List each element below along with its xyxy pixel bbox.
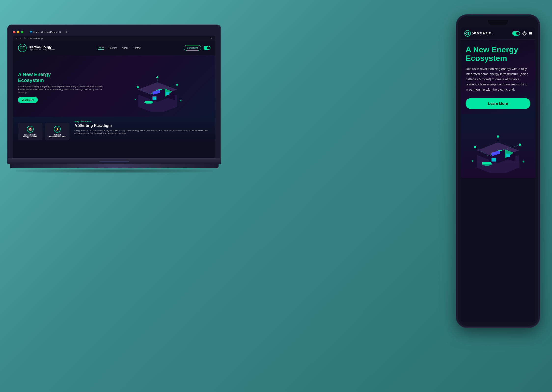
logo-icon-svg: CE (18, 43, 27, 52)
laptop-hero-title: A New Energy Ecosystem (18, 71, 105, 83)
phone-title-line1: A New Energy (466, 45, 530, 54)
logo-name: Creation Energy (29, 45, 55, 49)
phone-logo-name: Creation Energy (472, 31, 495, 34)
phone-hero-description: Join us in revolutionizing energy with a… (466, 67, 530, 92)
phone-logo: CE Creation Energy Empowering the Energy… (464, 30, 495, 37)
laptop-foot (10, 164, 219, 168)
why-subtitle: Why Choose Us (74, 120, 210, 123)
phone-device: CE Creation Energy Empowering the Energy… (456, 15, 540, 327)
svg-point-42 (472, 160, 474, 162)
card2-label: Reduced Implementation Risk (48, 134, 67, 137)
active-tab[interactable]: 🌐 Home - Creation Energy ✕ (27, 30, 64, 34)
phone-notch (488, 20, 508, 25)
laptop-shadow (16, 168, 212, 173)
bookmark-icon[interactable]: ☆ (211, 37, 213, 40)
laptop-hero-description: Join us in revolutionizing energy with a… (18, 85, 105, 94)
svg-text:CE: CE (19, 46, 25, 50)
nav-home[interactable]: Home (98, 46, 104, 50)
toggle-knob (207, 46, 210, 49)
laptop-contact-button[interactable]: Contact Us (184, 45, 201, 51)
tab-label: Home - Creation Energy (33, 31, 57, 33)
svg-rect-12 (166, 92, 169, 95)
tab-close[interactable]: ✕ (59, 31, 61, 33)
phone-hamburger-icon[interactable]: ≡ (529, 31, 532, 36)
phone-house-illustration (466, 119, 530, 173)
phone-site-nav: CE Creation Energy Empowering the Energy… (461, 27, 535, 40)
laptop-house-illustration (128, 63, 187, 112)
nav-solution[interactable]: Solution (109, 47, 117, 49)
why-description: Energy is complex and the current paradi… (74, 129, 210, 135)
logo-tagline: Empowering the Energy Transition (29, 49, 55, 51)
phone-logo-svg: CE (464, 30, 471, 37)
svg-rect-35 (492, 158, 496, 162)
laptop-device: 🌐 Home - Creation Energy ✕ + ← → ↻ creat… (7, 25, 221, 173)
phone-title-line2: Ecosystem (466, 54, 530, 63)
laptop-hero-image (105, 63, 210, 112)
card1-label: Comprehensive Energy Solutions (21, 134, 40, 137)
browser-tabs: 🌐 Home - Creation Energy ✕ + (27, 30, 68, 34)
phone-toggle-knob (516, 32, 520, 35)
phone-settings-icon[interactable] (522, 31, 527, 36)
phone-learn-more-button[interactable]: Learn More (466, 98, 530, 109)
svg-rect-14 (145, 101, 152, 103)
new-tab-button[interactable]: + (66, 30, 68, 34)
browser-topbar: 🌐 Home - Creation Energy ✕ + (13, 30, 215, 34)
refresh-button[interactable]: ↻ (24, 37, 26, 40)
phone-house-section (461, 114, 535, 178)
phone-dark-toggle[interactable] (512, 31, 520, 36)
laptop-logo: CE Creation Energy Empowering the Energy… (18, 43, 55, 52)
laptop-learn-more-button[interactable]: Learn More (18, 97, 38, 103)
phone-website: CE Creation Energy Empowering the Energy… (461, 27, 535, 322)
svg-point-25 (524, 33, 525, 34)
svg-rect-11 (152, 96, 156, 100)
laptop-nav-right: Contact Us (184, 45, 210, 51)
svg-point-43 (523, 161, 524, 163)
laptop-hinge (99, 161, 129, 162)
laptop-nav-links: Home Solution About Contact (98, 46, 141, 50)
address-bar: ← → ↻ creation.energy ☆ (13, 36, 215, 41)
laptop-card-2: ⚡ Reduced Implementation Risk (45, 123, 69, 140)
laptop-feature-cards: 🏠 Comprehensive Energy Solutions ⚡ Reduc… (18, 123, 69, 140)
url-display[interactable]: creation.energy (28, 37, 43, 40)
phone-hero-section: A New Energy Ecosystem Join us in revolu… (461, 40, 535, 114)
laptop-why-section: 🏠 Comprehensive Energy Solutions ⚡ Reduc… (13, 117, 215, 144)
phone-logo-tagline: Empowering the Energy Transition (472, 34, 495, 36)
hero-title-line1: A New Energy (18, 71, 105, 77)
phone-logo-text: Creation Energy Empowering the Energy Tr… (472, 31, 495, 36)
laptop-base (7, 159, 221, 164)
phone-nav-right: ≡ (512, 31, 532, 36)
card2-icon: ⚡ (54, 126, 61, 133)
card1-icon: 🏠 (27, 126, 34, 133)
svg-rect-38 (482, 162, 491, 164)
forward-button[interactable]: → (20, 37, 22, 40)
svg-point-18 (135, 99, 136, 100)
hero-title-line2: Ecosystem (18, 77, 105, 83)
why-text-area: Why Choose Us A Shifting Paradigm Energy… (74, 120, 210, 140)
tab-favicon: 🌐 (30, 31, 32, 33)
laptop-screen: 🌐 Home - Creation Energy ✕ + ← → ↻ creat… (7, 25, 221, 159)
svg-point-19 (180, 100, 181, 101)
back-button[interactable]: ← (15, 37, 18, 40)
minimize-dot (17, 31, 19, 33)
laptop-hero-text: A New Energy Ecosystem Join us in revolu… (18, 71, 105, 103)
laptop-website: CE Creation Energy Empowering the Energy… (13, 41, 215, 158)
maximize-dot (21, 31, 23, 33)
why-heading: A Shifting Paradigm (74, 123, 210, 128)
phone-frame: CE Creation Energy Empowering the Energy… (456, 15, 540, 327)
svg-text:CE: CE (465, 32, 469, 35)
laptop-card-1: 🏠 Comprehensive Energy Solutions (18, 123, 42, 140)
laptop-hero: A New Energy Ecosystem Join us in revolu… (13, 55, 215, 117)
nav-about[interactable]: About (122, 47, 128, 49)
svg-rect-36 (506, 154, 510, 157)
laptop-site-nav: CE Creation Energy Empowering the Energy… (13, 41, 215, 55)
close-dot (13, 31, 15, 33)
laptop-dark-mode-toggle[interactable] (204, 46, 210, 50)
phone-hero-title: A New Energy Ecosystem (466, 45, 530, 63)
nav-contact[interactable]: Contact (133, 47, 141, 49)
logo-text: Creation Energy Empowering the Energy Tr… (29, 45, 55, 51)
